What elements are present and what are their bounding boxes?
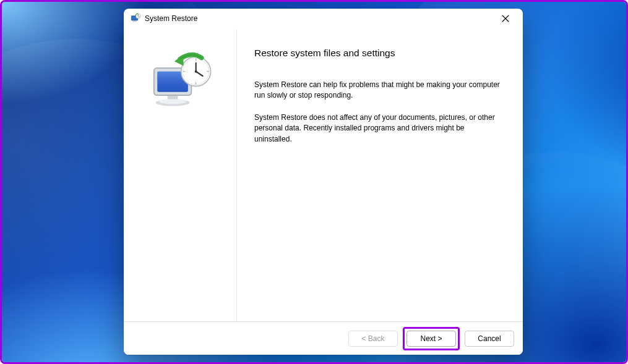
window-title: System Restore bbox=[145, 14, 197, 23]
system-restore-graphic-icon bbox=[140, 49, 220, 117]
page-heading: Restore system files and settings bbox=[254, 48, 505, 59]
highlight-outline: Next > bbox=[403, 327, 460, 350]
svg-point-19 bbox=[195, 70, 197, 73]
dialog-body: Restore system files and settings System… bbox=[124, 28, 523, 321]
system-restore-dialog: System Restore bbox=[124, 9, 523, 355]
svg-marker-20 bbox=[174, 54, 184, 66]
wizard-footer: < Back Next > Cancel bbox=[124, 321, 523, 355]
wizard-content: Restore system files and settings System… bbox=[237, 29, 523, 321]
intro-paragraph-2: System Restore does not affect any of yo… bbox=[254, 112, 502, 145]
system-restore-app-icon bbox=[130, 13, 141, 24]
close-button[interactable] bbox=[492, 9, 519, 28]
titlebar: System Restore bbox=[124, 9, 523, 28]
wizard-sidebar bbox=[124, 29, 237, 321]
svg-rect-2 bbox=[132, 21, 137, 22]
cancel-button[interactable]: Cancel bbox=[465, 331, 514, 347]
close-icon bbox=[502, 15, 509, 22]
next-button[interactable]: Next > bbox=[406, 331, 456, 347]
intro-paragraph-1: System Restore can help fix problems tha… bbox=[254, 80, 502, 101]
svg-point-10 bbox=[159, 99, 186, 104]
back-button: < Back bbox=[348, 331, 398, 347]
